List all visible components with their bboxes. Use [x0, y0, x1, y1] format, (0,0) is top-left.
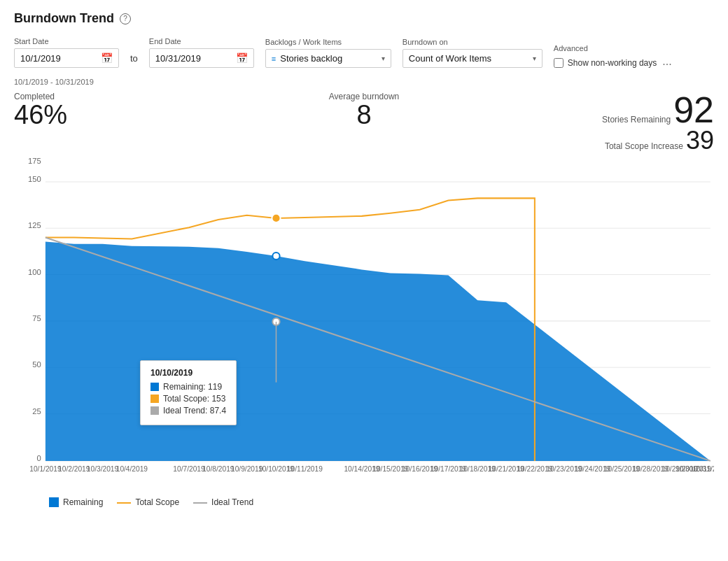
controls-row: Start Date 10/1/2019 📅 to End Date 10/31…: [14, 37, 714, 68]
svg-text:10/3/2019: 10/3/2019: [87, 465, 119, 473]
total-scope-dot: [272, 214, 280, 222]
backlogs-dropdown[interactable]: ≡ Stories backlog ▾: [265, 49, 391, 68]
svg-text:10/2/2019: 10/2/2019: [58, 465, 90, 473]
end-date-input[interactable]: 10/31/2019 📅: [149, 48, 254, 68]
advanced-group: Advanced Show non-working days ...: [554, 44, 672, 68]
total-scope-increase-label: Total Scope Increase: [605, 141, 683, 151]
backlogs-chevron-icon: ▾: [382, 55, 385, 62]
legend-remaining: Remaining: [49, 497, 103, 507]
stories-remaining-stat: Stories Remaining 92: [602, 92, 714, 128]
backlogs-group: Backlogs / Work Items ≡ Stories backlog …: [265, 38, 391, 68]
tooltip-total-scope-item: Total Scope: 153: [150, 394, 226, 404]
svg-text:100: 100: [28, 268, 41, 276]
end-date-label: End Date: [149, 37, 254, 45]
stats-container: Completed 46% Average burndown 8 Stories…: [14, 92, 714, 153]
legend-ideal-trend: Ideal Trend: [193, 497, 253, 507]
chart-tooltip: 10/10/2019 Remaining: 119 Total Scope: 1…: [140, 360, 237, 425]
burndown-on-dropdown[interactable]: Count of Work Items ▾: [402, 49, 542, 68]
to-label: to: [130, 53, 138, 68]
date-range-label: 10/1/2019 - 10/31/2019: [14, 78, 714, 86]
backlogs-label: Backlogs / Work Items: [265, 38, 391, 46]
legend-total-scope-label: Total Scope: [135, 497, 179, 507]
end-date-group: End Date 10/31/2019 📅: [149, 37, 254, 68]
total-scope-increase-stat: Total Scope Increase 39: [605, 128, 714, 153]
y-axis: 0 25 50 75 100 125 150 175: [28, 157, 41, 462]
legend-total-scope-line: [117, 502, 131, 504]
legend-remaining-swatch: [49, 497, 59, 507]
burndown-on-group: Burndown on Count of Work Items ▾: [402, 38, 542, 68]
burndown-trend-container: Burndown Trend ? Start Date 10/1/2019 📅 …: [0, 0, 728, 561]
svg-text:175: 175: [28, 157, 41, 165]
calendar-icon-end: 📅: [236, 52, 248, 64]
chart-area: 0 25 50 75 100 125 150 175: [14, 157, 714, 493]
tooltip-remaining-swatch: [150, 383, 159, 391]
burndown-chart: 0 25 50 75 100 125 150 175: [14, 157, 714, 493]
svg-text:150: 150: [28, 175, 41, 183]
svg-text:10/4/2019: 10/4/2019: [116, 465, 148, 473]
more-options-icon[interactable]: ...: [659, 55, 671, 68]
right-stats: Stories Remaining 92 Total Scope Increas…: [602, 92, 714, 153]
svg-text:10/11/2019: 10/11/2019: [287, 465, 323, 473]
backlogs-value: Stories backlog: [280, 53, 377, 64]
svg-text:10/7/2019: 10/7/2019: [173, 465, 205, 473]
burndown-on-chevron-icon: ▾: [533, 55, 536, 62]
svg-text:50: 50: [32, 360, 41, 369]
svg-text:75: 75: [32, 314, 41, 322]
tooltip-remaining-text: Remaining: 119: [163, 382, 222, 392]
legend-ideal-trend-label: Ideal Trend: [211, 497, 253, 507]
calendar-icon-start: 📅: [101, 52, 113, 64]
end-date-value: 10/31/2019: [155, 53, 232, 64]
start-date-input[interactable]: 10/1/2019 📅: [14, 48, 119, 68]
tooltip-total-scope-swatch: [150, 395, 159, 403]
tooltip-ideal-trend-item: Ideal Trend: 87.4: [150, 406, 226, 416]
legend-ideal-trend-line: [193, 502, 207, 504]
start-date-value: 10/1/2019: [20, 53, 97, 64]
completed-value: 46%: [14, 101, 67, 128]
start-date-group: Start Date 10/1/2019 📅: [14, 37, 119, 68]
backlog-list-icon: ≡: [272, 55, 276, 63]
non-working-days-input[interactable]: [554, 58, 564, 68]
tooltip-total-scope-text: Total Scope: 153: [163, 394, 225, 404]
burndown-on-value: Count of Work Items: [409, 53, 528, 64]
title-row: Burndown Trend ?: [14, 11, 714, 26]
page-title: Burndown Trend: [14, 11, 114, 26]
svg-text:125: 125: [28, 221, 41, 229]
chart-legend: Remaining Total Scope Ideal Trend: [14, 497, 714, 507]
avg-burndown-value: 8: [356, 101, 371, 128]
svg-text:25: 25: [32, 407, 41, 416]
legend-total-scope: Total Scope: [117, 497, 179, 507]
help-icon[interactable]: ?: [120, 13, 131, 24]
burndown-on-label: Burndown on: [402, 38, 542, 46]
svg-text:10/1/2019: 10/1/2019: [29, 465, 62, 473]
legend-remaining-label: Remaining: [63, 497, 103, 507]
stories-remaining-label: Stories Remaining: [602, 115, 671, 125]
avg-burndown-stat: Average burndown 8: [329, 92, 400, 128]
stories-remaining-value: 92: [673, 92, 714, 128]
svg-text:0: 0: [37, 454, 41, 462]
start-date-label: Start Date: [14, 37, 119, 45]
advanced-label: Advanced: [554, 44, 672, 52]
svg-text:10/8/2019: 10/8/2019: [202, 465, 234, 473]
tooltip-ideal-trend-text: Ideal Trend: 87.4: [163, 406, 226, 416]
non-working-days-label: Show non-working days: [568, 58, 657, 68]
remaining-dot: [272, 253, 279, 260]
tooltip-ideal-trend-swatch: [150, 406, 159, 415]
completed-stat: Completed 46%: [14, 92, 67, 128]
show-non-working-days-checkbox[interactable]: Show non-working days: [554, 55, 657, 68]
tooltip-remaining-item: Remaining: 119: [150, 382, 226, 392]
tooltip-date: 10/10/2019: [150, 368, 226, 378]
total-scope-increase-value: 39: [686, 128, 714, 153]
svg-text:10/31/2019: 10/31/2019: [692, 465, 714, 473]
